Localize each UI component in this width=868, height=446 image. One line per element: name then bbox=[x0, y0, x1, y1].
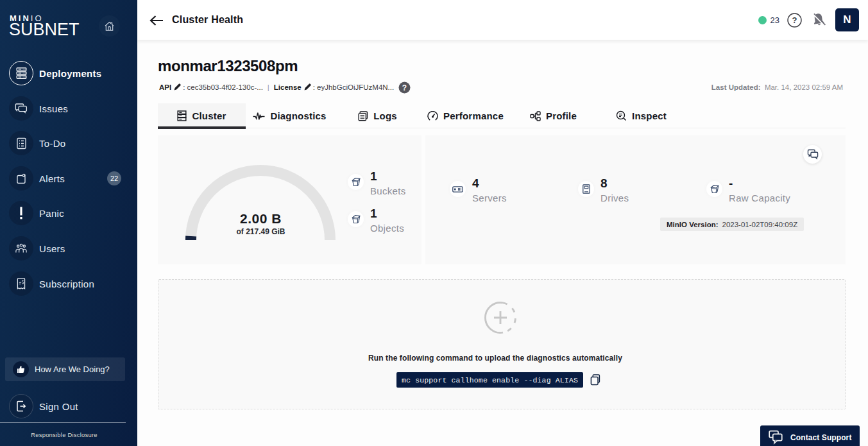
svg-text:?: ? bbox=[792, 15, 797, 25]
svg-text:?: ? bbox=[402, 83, 407, 92]
